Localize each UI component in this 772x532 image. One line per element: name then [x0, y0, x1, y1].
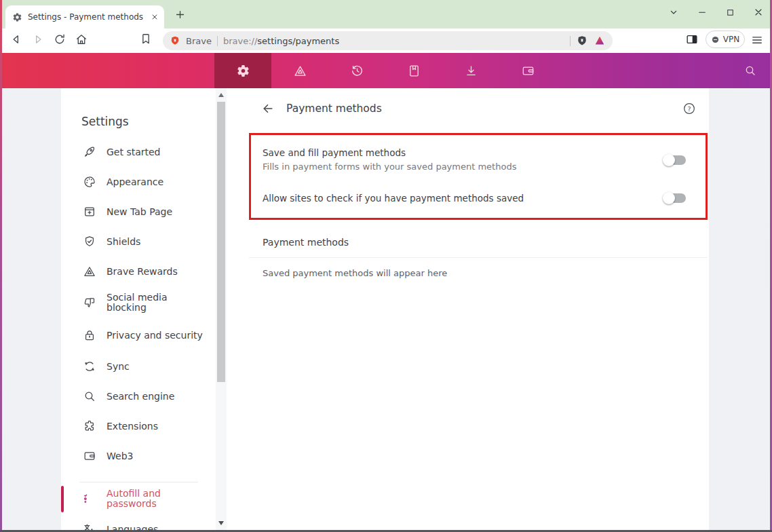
empty-state-text: Saved payment methods will appear here: [263, 268, 447, 278]
sidebar-item-label: Get started: [107, 147, 161, 157]
settings-favicon-icon: [12, 12, 22, 22]
download-icon: [464, 64, 478, 78]
shield-check-icon: [83, 235, 96, 248]
toggle-row-sublabel: Fills in payment forms with your saved p…: [263, 162, 516, 172]
url-path: settings/payments: [257, 36, 339, 46]
sidebar-panel-icon[interactable]: [685, 33, 699, 46]
browser-tab[interactable]: Settings - Payment methods: [5, 5, 164, 28]
scrollbar-thumb[interactable]: [217, 102, 225, 382]
back-icon[interactable]: [9, 33, 23, 46]
tab-close-icon[interactable]: [151, 13, 159, 21]
selected-item-indicator: [61, 486, 64, 512]
close-window-icon[interactable]: [753, 7, 764, 18]
scrollbar-down-arrow-icon[interactable]: [218, 521, 224, 525]
tab-strip: Settings - Payment methods: [0, 0, 772, 28]
svg-text:?: ?: [687, 105, 691, 113]
sync-icon: [83, 360, 96, 373]
minimize-icon[interactable]: [697, 7, 708, 18]
brave-rewards-lion-icon[interactable]: [594, 35, 606, 47]
address-divider: [217, 36, 218, 46]
back-arrow-icon[interactable]: [261, 102, 275, 115]
sidebar-item-extensions[interactable]: Extensions: [83, 417, 158, 436]
url-text: brave://settings/payments: [223, 36, 339, 46]
toolbar-history-button[interactable]: [328, 53, 385, 88]
sidebar-item-appearance[interactable]: Appearance: [83, 172, 163, 191]
toolbar-rewards-button[interactable]: [271, 53, 328, 88]
triangle-icon: [293, 64, 307, 78]
url-scheme: brave://: [223, 36, 257, 46]
sidebar-item-get-started[interactable]: Get started: [83, 142, 161, 162]
sidebar-item-shields[interactable]: Shields: [83, 232, 140, 251]
sidebar-item-label: Shields: [107, 236, 140, 247]
section-title: Payment methods: [263, 237, 349, 248]
toggle-knob: [663, 192, 675, 204]
window-frame-left: [0, 0, 2, 532]
sidebar-item-web3[interactable]: Web3: [83, 446, 133, 466]
lock-icon: [83, 328, 96, 342]
section-divider: [249, 257, 708, 258]
sidebar-separator: [80, 482, 198, 482]
sidebar-item-label: Brave Rewards: [107, 266, 178, 277]
sidebar-item-label: Autofill and passwords: [107, 489, 203, 509]
sidebar-item-label: Web3: [107, 451, 133, 461]
thumbs-down-icon: [83, 296, 96, 309]
vpn-button[interactable]: VPN: [706, 31, 745, 48]
sidebar-item-label: Privacy and security: [107, 330, 203, 341]
toolbar-bookmarks-button[interactable]: [385, 53, 442, 88]
triangle-icon: [83, 265, 96, 278]
toggle-row-label: Allow sites to check if you have payment…: [263, 193, 524, 204]
sidebar-item-autofill-and-passwords[interactable]: Autofill and passwords: [83, 487, 203, 510]
sidebar-item-label: Sync: [107, 361, 130, 372]
toggle-knob: [663, 154, 675, 166]
forward-icon[interactable]: [31, 33, 45, 46]
sidebar-item-label: New Tab Page: [107, 206, 172, 217]
highlight-rectangle: [249, 133, 708, 220]
sidebar-item-social-media-blocking[interactable]: Social media blocking: [83, 291, 203, 314]
sidebar-item-new-tab-page[interactable]: New Tab Page: [83, 202, 172, 221]
sidebar-item-label: Search engine: [107, 391, 174, 402]
page-title: Payment methods: [286, 102, 382, 115]
vpn-label: VPN: [723, 35, 739, 44]
help-icon[interactable]: ?: [682, 102, 696, 115]
address-bar[interactable]: Brave brave://settings/payments: [163, 31, 613, 50]
checklist-icon: [83, 492, 96, 506]
magnifier-icon: [83, 390, 96, 403]
brave-shield-icon[interactable]: [170, 35, 180, 46]
bookmarks-book-icon: [407, 64, 421, 78]
puzzle-icon: [83, 419, 96, 433]
maximize-icon[interactable]: [725, 7, 735, 18]
gear-icon: [236, 64, 250, 78]
sidebar-title: Settings: [81, 115, 129, 128]
vpn-status-icon: [711, 35, 720, 44]
reload-icon[interactable]: [53, 33, 66, 46]
scrollbar-up-arrow-icon[interactable]: [218, 93, 224, 97]
toolbar-downloads-button[interactable]: [442, 53, 499, 88]
menu-hamburger-icon[interactable]: [750, 33, 764, 47]
tab-title: Settings - Payment methods: [28, 12, 145, 22]
home-icon[interactable]: [75, 33, 88, 46]
sidebar-item-search-engine[interactable]: Search engine: [83, 387, 174, 406]
sidebar-item-privacy-and-security[interactable]: Privacy and security: [83, 324, 203, 347]
bookmark-icon[interactable]: [139, 32, 153, 45]
sidebar-item-brave-rewards[interactable]: Brave Rewards: [83, 262, 178, 281]
save-and-fill-toggle[interactable]: [664, 155, 686, 165]
site-label: Brave: [186, 36, 212, 46]
history-icon: [350, 64, 364, 78]
window-controls: [668, 4, 764, 20]
address-divider-right: [570, 36, 571, 46]
rocket-icon: [83, 145, 96, 159]
sidebar-item-label: Extensions: [107, 421, 158, 432]
sidebar-item-label: Appearance: [107, 176, 163, 187]
palette-icon: [83, 175, 96, 189]
shields-badge-icon[interactable]: [576, 35, 588, 47]
wallet-icon: [83, 449, 96, 463]
settings-search-icon[interactable]: [744, 64, 757, 77]
sidebar-item-label: Social media blocking: [107, 292, 203, 313]
allow-sites-check-toggle[interactable]: [664, 193, 686, 203]
new-tab-button-icon[interactable]: [174, 9, 186, 20]
toolbar-settings-button[interactable]: [214, 53, 271, 88]
toolbar-wallet-button[interactable]: [499, 53, 556, 88]
toggle-row-label: Save and fill payment methods: [263, 147, 406, 158]
sidebar-item-sync[interactable]: Sync: [83, 357, 130, 376]
tab-search-chevron-icon[interactable]: [668, 7, 679, 18]
